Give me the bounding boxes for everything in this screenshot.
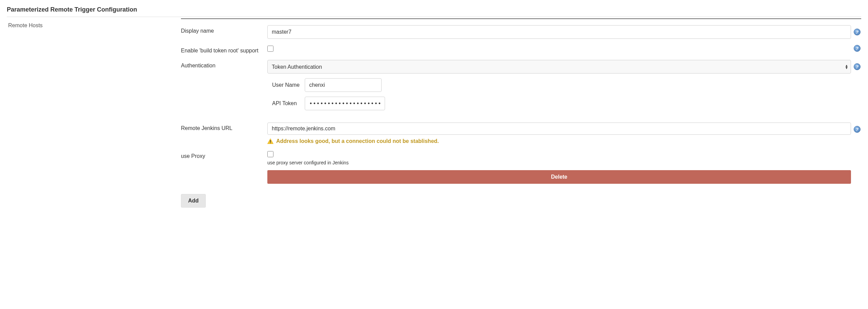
- form-area: Remote Hosts Display name ? Enable 'buil…: [7, 18, 861, 208]
- authentication-select[interactable]: Token Authentication: [267, 60, 851, 74]
- svg-rect-0: [270, 140, 271, 142]
- row-api-token: API Token: [272, 97, 861, 110]
- build-token-root-label: Enable 'build token root' support: [181, 45, 267, 54]
- help-icon[interactable]: ?: [854, 45, 861, 52]
- add-button[interactable]: Add: [181, 194, 206, 208]
- row-build-token-root: Enable 'build token root' support ?: [181, 45, 861, 54]
- row-user-name: User Name: [272, 78, 861, 92]
- remote-url-label: Remote Jenkins URL: [181, 123, 267, 131]
- left-column: Remote Hosts: [7, 18, 181, 208]
- build-token-root-checkbox[interactable]: [267, 46, 273, 52]
- api-token-label: API Token: [272, 100, 305, 107]
- warning-icon: [267, 139, 273, 144]
- remote-hosts-label: Remote Hosts: [7, 18, 181, 29]
- remote-url-validation: Address looks good, but a connection cou…: [267, 138, 851, 144]
- help-icon[interactable]: ?: [854, 29, 861, 35]
- right-column: Display name ? Enable 'build token root'…: [181, 18, 861, 208]
- remote-url-input[interactable]: [267, 123, 851, 135]
- help-icon[interactable]: ?: [854, 126, 861, 133]
- use-proxy-label: use Proxy: [181, 150, 267, 159]
- user-name-label: User Name: [272, 82, 305, 88]
- svg-rect-1: [270, 143, 271, 143]
- section-title: Parameterized Remote Trigger Configurati…: [7, 4, 861, 17]
- display-name-label: Display name: [181, 25, 267, 34]
- delete-button[interactable]: Delete: [267, 170, 851, 184]
- row-use-proxy: use Proxy use proxy server configured in…: [181, 150, 861, 184]
- api-token-input[interactable]: [305, 97, 385, 110]
- use-proxy-checkbox[interactable]: [267, 151, 273, 157]
- display-name-input[interactable]: [267, 25, 851, 39]
- user-name-input[interactable]: [305, 78, 382, 92]
- row-display-name: Display name ?: [181, 25, 861, 39]
- validation-text: Address looks good, but a connection cou…: [276, 138, 439, 144]
- auth-nested-block: User Name API Token: [267, 78, 861, 116]
- row-remote-url: Remote Jenkins URL Address looks good, b…: [181, 123, 861, 144]
- use-proxy-hint: use proxy server configured in Jenkins: [267, 160, 851, 165]
- help-icon[interactable]: ?: [854, 63, 861, 70]
- row-authentication: Authentication Token Authentication ▲▼ ?: [181, 60, 861, 74]
- authentication-label: Authentication: [181, 60, 267, 69]
